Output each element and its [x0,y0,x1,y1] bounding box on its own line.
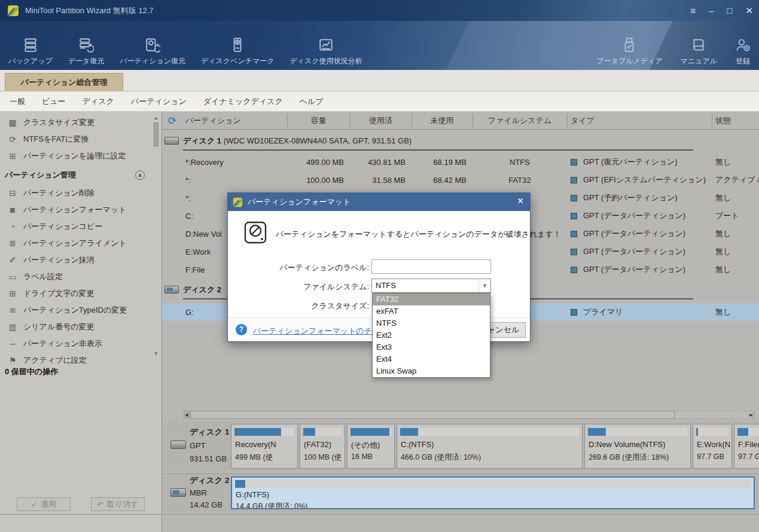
toolbar-manual[interactable]: マニュアル [676,25,722,66]
sidebar-item-change-cluster-size[interactable]: ▦クラスタサイズ変更 [0,114,153,131]
sidebar-item-hide-partition[interactable]: ∽パーティション非表示 [0,335,153,352]
sidebar-item-convert-ntfs-to-fat[interactable]: ⟳NTFSをFATに変換 [0,131,153,148]
pending-operations-label: 0 保留中の操作 [0,365,161,379]
sidebar-item-change-serial-number[interactable]: ▥シリアル番号の変更 [0,319,153,335]
dialog-close-icon[interactable]: ✕ [517,197,524,205]
sidebar-item-label: パーティション削除 [23,188,95,198]
sidebar-item-change-drive-letter[interactable]: ⊞ドライブ文字の変更 [0,285,153,302]
dropdown-option-exfat[interactable]: exFAT [373,305,490,317]
table-header: ⟳ パーティション 容量 使用済 未使用 ファイルシステム タイプ 状態 [162,112,759,130]
header-partition[interactable]: パーティション [185,112,241,130]
dropdown-option-ext2[interactable]: Ext2 [373,329,490,341]
sidebar-item-format-partition[interactable]: ◙パーティションフォーマット [0,201,153,218]
cell-type: GPT (データパーティション) [571,207,685,225]
map-block-fat32[interactable]: (FAT32) 100 MB (使 [300,424,345,469]
map-block-size: 97.7 GB [697,452,724,461]
sidebar-item-set-label[interactable]: ▭ラベル設定 [0,268,153,285]
map-block-g-selected[interactable]: G:(NTFS) 14.4 GB (使用済: 0%) [231,476,755,509]
scrollbar-thumb[interactable] [154,123,158,146]
menu-dynamic-disk[interactable]: ダイナミックディスク [203,96,283,107]
header-type[interactable]: タイプ [571,112,595,130]
apply-button[interactable]: ✓適用 [17,497,71,511]
table-row-recovery[interactable]: *:Recovery 499.00 MB 430.81 MB 68.19 MB … [162,153,759,171]
header-used[interactable]: 使用済 [350,112,411,130]
dropdown-option-ext3[interactable]: Ext3 [373,341,490,353]
diskmap-disk-name: ディスク 2 [190,474,230,487]
header-capacity[interactable]: 容量 [287,112,350,130]
map-block-e[interactable]: E:Work(N 97.7 GB [693,424,732,469]
scroll-down-icon[interactable]: ▼ [153,351,160,357]
dropdown-option-fat32[interactable]: FAT32 [373,293,490,305]
check-icon: ✓ [31,500,37,509]
toolbar-partition-recovery[interactable]: パーティション復元 [115,25,190,66]
file-system-combo[interactable]: NTFS ▼ [371,279,491,293]
toolbar-backup[interactable]: バックアップ [4,25,57,66]
toolbar-bootable-media[interactable]: ブータブルメディア [592,25,667,66]
diskmap-disk2: ディスク 2 MBR 14.42 GB G:(NTFS) 14.4 GB (使用… [163,473,758,512]
scroll-up-icon[interactable]: ▲ [153,115,160,121]
table-row-efi[interactable]: *: 100.00 MB 31.58 MB 68.42 MB FAT32 GPT… [162,171,759,189]
maximize-button[interactable]: □ [727,6,732,15]
partition-label-input[interactable] [371,259,491,274]
sidebar-item-label: パーティションTypeIDの変更 [23,305,127,316]
dropdown-option-ext4[interactable]: Ext4 [373,353,490,365]
collapse-chevron-icon[interactable]: ∧ [135,170,145,180]
dropdown-option-linux-swap[interactable]: Linux Swap [373,365,490,377]
menu-help[interactable]: ヘルプ [300,96,324,107]
menu-view[interactable]: ビュー [42,96,66,107]
sidebar-item-delete-partition[interactable]: ⊟パーティション削除 [0,185,153,201]
help-icon[interactable]: ? [236,324,247,335]
menu-disk[interactable]: ディスク [83,96,114,107]
window-menu-button[interactable]: ≡ [690,6,696,15]
cell-fs: NTFS [473,153,567,171]
refresh-icon[interactable]: ⟳ [168,115,176,127]
action-list: ▦クラスタサイズ変更 ⟳NTFSをFATに変換 ⊞パーティションを論理に設定 パ… [0,114,153,363]
partition-type-swatch [571,195,577,201]
sidebar-item-change-type-id[interactable]: ≋パーティションTypeIDの変更 [0,302,153,319]
map-block-label: C:(NTFS) [401,440,434,449]
toolbar-data-recovery[interactable]: データ復元 [63,25,109,66]
sidebar-item-wipe-partition[interactable]: ✐パーティション抹消 [0,252,153,268]
sidebar-item-label: ラベル設定 [23,271,63,282]
map-block-c[interactable]: C:(NTFS) 466.0 GB (使用済: 10%) [397,424,583,469]
map-block-size: 97.7 GB [738,452,759,461]
chevron-down-icon[interactable]: ▼ [478,279,490,292]
toolbar-disk-benchmark[interactable]: ディスクベンチマーク [196,25,279,66]
dropdown-option-ntfs[interactable]: NTFS [373,317,490,329]
close-button[interactable]: ✕ [745,6,753,15]
sidebar-section-partition-management[interactable]: パーティション管理 ∧ [0,167,153,184]
map-block-label: (FAT32) [304,440,331,449]
map-block-d[interactable]: D:New Volume(NTFS) 269.6 GB (使用済: 18%) [584,424,691,469]
undo-button[interactable]: ↶取り消す [91,497,145,511]
scroll-right-icon[interactable]: ► [748,411,755,419]
partition-type-swatch [571,309,577,316]
map-block-label: Recovery(N [235,440,276,449]
menu-partition[interactable]: パーティション [131,96,187,107]
label-icon: ▭ [7,272,18,282]
disk1-group-header[interactable]: ディスク 1 (WDC WD10EZEX-08WN4A0 SATA, GPT, … [162,132,759,151]
sidebar-item-copy-partition[interactable]: ◔パーティションコピー [0,218,153,235]
sidebar-item-set-partition-logical[interactable]: ⊞パーティションを論理に設定 [0,148,153,164]
map-block-f[interactable]: F:File(NT 97.7 GB [734,424,759,469]
toolbar-register[interactable]: 登録 [730,25,755,66]
minimize-button[interactable]: – [709,6,714,15]
menu-general[interactable]: 一般 [10,96,25,107]
tab-partition-management[interactable]: パーティション総合管理 [5,73,123,91]
map-block-other[interactable]: (その他) 16 MB [347,424,395,469]
cell-type: GPT (データパーティション) [571,261,685,279]
sidebar-item-align-partition[interactable]: ≣パーティションアライメント [0,235,153,252]
register-icon [735,37,751,53]
scrollbar-thumb[interactable] [190,411,675,419]
header-file-system[interactable]: ファイルシステム [473,112,567,130]
scroll-left-icon[interactable]: ◄ [183,411,190,419]
header-status[interactable]: 状態 [715,112,731,130]
map-block-recovery[interactable]: Recovery(N 499 MB (使 [231,424,298,469]
serial-number-icon: ▥ [7,322,18,332]
sidebar-item-set-active[interactable]: ⚑アクティブに設定 [0,352,153,363]
cell-status: ブート [715,207,739,225]
cluster-size-label: クラスタサイズ: [233,301,369,311]
sidebar-scrollbar[interactable]: ▲ ▼ [153,115,160,357]
toolbar-disk-analyzer[interactable]: ディスク使用状況分析 [285,25,367,66]
header-unused[interactable]: 未使用 [411,112,473,130]
horizontal-scrollbar[interactable]: ◄ ► [183,411,755,419]
